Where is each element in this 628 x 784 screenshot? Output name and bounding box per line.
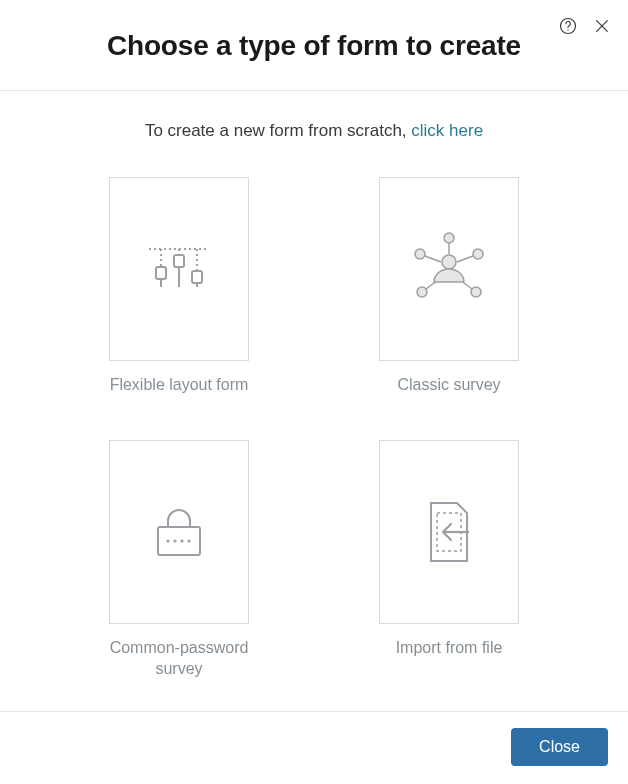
dialog-content: To create a new form from scratch, click… xyxy=(0,91,628,711)
svg-point-27 xyxy=(173,539,176,542)
card-box xyxy=(109,440,249,624)
create-from-scratch-link[interactable]: click here xyxy=(411,121,483,140)
svg-point-17 xyxy=(417,287,427,297)
svg-point-1 xyxy=(567,29,568,30)
svg-point-28 xyxy=(180,539,183,542)
card-import-from-file[interactable]: Import from file xyxy=(359,440,539,680)
svg-point-15 xyxy=(415,249,425,259)
help-icon[interactable] xyxy=(558,16,578,36)
svg-point-16 xyxy=(473,249,483,259)
intro-prefix: To create a new form from scratch, xyxy=(145,121,411,140)
card-classic-survey[interactable]: Classic survey xyxy=(359,177,539,396)
card-box xyxy=(379,177,519,361)
card-flexible-layout[interactable]: Flexible layout form xyxy=(89,177,269,396)
dialog-footer: Close xyxy=(0,711,628,784)
dialog-title: Choose a type of form to create xyxy=(20,30,608,62)
svg-rect-9 xyxy=(174,255,184,267)
svg-line-20 xyxy=(425,256,441,262)
card-box xyxy=(109,177,249,361)
lock-icon xyxy=(146,499,212,565)
card-label: Classic survey xyxy=(397,375,500,396)
close-button[interactable]: Close xyxy=(511,728,608,766)
svg-point-14 xyxy=(444,233,454,243)
card-common-password[interactable]: Common-password survey xyxy=(89,440,269,680)
card-label: Flexible layout form xyxy=(110,375,249,396)
network-person-icon xyxy=(406,226,492,312)
svg-point-24 xyxy=(442,255,456,269)
svg-point-29 xyxy=(187,539,190,542)
card-label: Common-password survey xyxy=(89,638,269,680)
svg-rect-25 xyxy=(158,527,200,555)
form-type-grid: Flexible layout form xyxy=(64,177,564,679)
card-label: Import from file xyxy=(396,638,503,659)
svg-line-21 xyxy=(457,256,473,262)
dialog-header: Choose a type of form to create xyxy=(0,0,628,91)
header-actions xyxy=(558,16,612,36)
sliders-icon xyxy=(143,239,215,299)
close-icon[interactable] xyxy=(592,16,612,36)
import-file-icon xyxy=(419,497,479,567)
svg-point-26 xyxy=(166,539,169,542)
intro-text: To create a new form from scratch, click… xyxy=(0,121,628,141)
svg-point-18 xyxy=(471,287,481,297)
svg-rect-12 xyxy=(192,271,202,283)
svg-rect-6 xyxy=(156,267,166,279)
card-box xyxy=(379,440,519,624)
